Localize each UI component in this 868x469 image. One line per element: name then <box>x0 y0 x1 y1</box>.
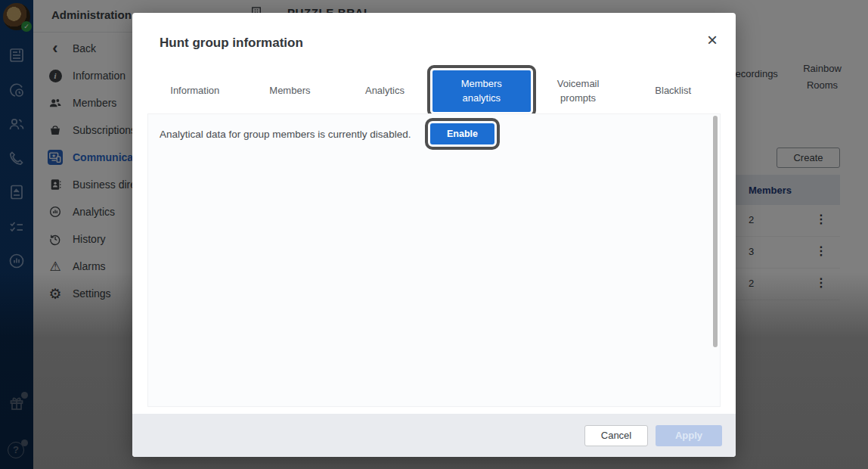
application-window: ✓ ? Administrat <box>0 0 868 469</box>
tab-members-analytics[interactable]: Members analytics <box>432 66 531 116</box>
hunt-group-dialog: Hunt group information × Information Mem… <box>132 13 736 457</box>
tab-blacklist[interactable]: Blacklist <box>625 66 721 116</box>
dialog-tab-bar: Information Members Analytics Members an… <box>147 66 721 116</box>
close-icon[interactable]: × <box>707 31 718 49</box>
tab-members-analytics-selected[interactable]: Members analytics <box>432 70 531 112</box>
cancel-button[interactable]: Cancel <box>584 425 648 446</box>
dialog-content: Analytical data for group members is cur… <box>147 113 721 407</box>
analytics-disabled-message: Analytical data for group members is cur… <box>160 129 411 140</box>
tab-information[interactable]: Information <box>147 66 243 116</box>
tab-voicemail-prompts[interactable]: Voicemail prompts <box>531 66 626 116</box>
enable-button[interactable]: Enable <box>430 123 494 144</box>
dialog-footer: Cancel Apply <box>132 414 736 457</box>
tab-members[interactable]: Members <box>243 66 338 116</box>
dialog-title: Hunt group information <box>160 36 303 51</box>
scrollbar-thumb[interactable] <box>713 116 718 347</box>
apply-button[interactable]: Apply <box>656 425 722 446</box>
tab-analytics[interactable]: Analytics <box>337 66 432 116</box>
